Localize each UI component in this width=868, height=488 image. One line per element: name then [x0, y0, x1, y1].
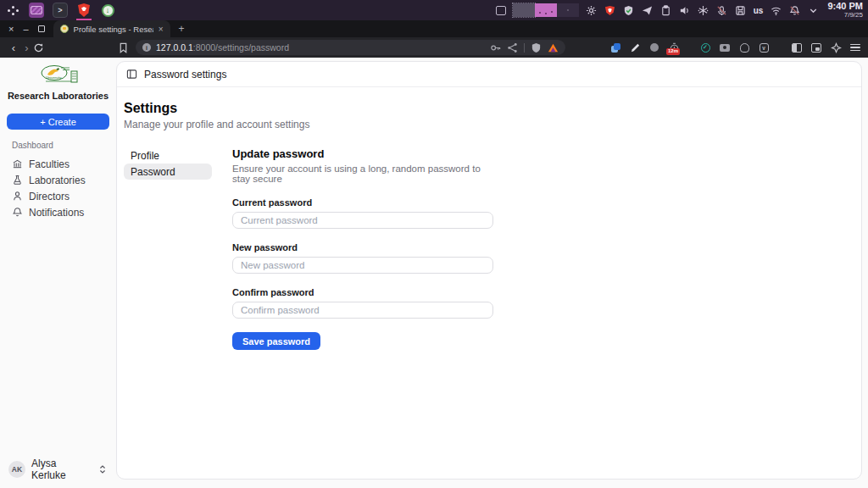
- sidebar-item-faculties[interactable]: Faculties: [5, 156, 111, 172]
- workspace-3[interactable]: [557, 3, 579, 17]
- tab-profile[interactable]: Profile: [124, 147, 212, 164]
- save-password-button[interactable]: Save password: [232, 332, 320, 350]
- screen: > ↓: [0, 0, 868, 488]
- app-launcher-icon[interactable]: [5, 3, 20, 18]
- urlbar-action-icons: [490, 42, 559, 53]
- university-logo[interactable]: University: [0, 64, 116, 87]
- main-content-card: Password settings Settings Manage your p…: [116, 61, 862, 480]
- leo-ai-icon[interactable]: [830, 42, 842, 53]
- brave-rewards-icon[interactable]: [548, 42, 559, 53]
- browser-tabbar: × – Profile settings - Research L × +: [0, 20, 868, 37]
- sidebar-nav: Faculties Laboratories Directors Notific…: [0, 156, 116, 220]
- url-host: 127.0.0.1: [156, 42, 193, 53]
- form-title: Update password: [232, 147, 493, 160]
- mic-muted-icon[interactable]: [716, 4, 728, 16]
- browser-toolbar: ‹ › i 127.0.0.1:8000/settings/password: [0, 37, 868, 58]
- disk-icon[interactable]: [735, 4, 747, 16]
- sidebar-item-notifications[interactable]: Notifications: [5, 204, 111, 220]
- building-icon: [12, 158, 23, 169]
- camera-extension-icon[interactable]: [719, 42, 731, 53]
- current-password-input[interactable]: [232, 212, 493, 229]
- sidebar-item-label: Directors: [29, 191, 70, 202]
- new-password-label: New password: [232, 242, 493, 252]
- confirm-password-input[interactable]: [232, 302, 493, 319]
- update-arrow-icon: ↓: [102, 4, 114, 17]
- password-form: Update password Ensure your account is u…: [232, 147, 493, 350]
- sidebar-toggle-browser-icon[interactable]: [810, 42, 822, 53]
- chevrons-up-down-icon: [97, 464, 108, 474]
- sidebar-item-label: Laboratories: [29, 175, 86, 186]
- user-menu[interactable]: AK Alysa Kerluke: [0, 458, 116, 481]
- browser-menu-icon[interactable]: [849, 42, 861, 53]
- url-text[interactable]: 127.0.0.1:8000/settings/password: [156, 42, 485, 53]
- split-view-icon[interactable]: [791, 42, 803, 53]
- brave-browser-taskbar-icon[interactable]: [76, 3, 92, 18]
- sidebar-section-label: Dashboard: [12, 141, 116, 150]
- window-close-button[interactable]: ×: [8, 25, 14, 34]
- urlbar-separator: [524, 43, 525, 53]
- bell-icon: [12, 207, 23, 218]
- workspace-2-active[interactable]: [535, 3, 557, 17]
- circle-extension-icon[interactable]: [648, 42, 660, 53]
- svg-text:University: University: [46, 75, 62, 80]
- password-key-icon[interactable]: [490, 42, 501, 53]
- tab-close-button[interactable]: ×: [159, 25, 164, 34]
- window-controls: × –: [0, 25, 53, 34]
- ghost-extension-icon[interactable]: [738, 42, 750, 53]
- site-info-icon[interactable]: i: [142, 43, 151, 52]
- clock-time: 9:40 PM: [827, 2, 863, 11]
- current-password-label: Current password: [232, 197, 493, 208]
- boxed-extension-icon[interactable]: v: [758, 42, 770, 53]
- sidebar-item-directors[interactable]: Directors: [5, 188, 111, 204]
- breadcrumb: Password settings: [144, 69, 226, 80]
- software-updater-icon[interactable]: ↓: [100, 3, 115, 18]
- panel-left-toggle-icon[interactable]: [126, 69, 137, 80]
- sidebar-item-laboratories[interactable]: Laboratories: [5, 172, 111, 188]
- new-tab-button[interactable]: +: [179, 23, 185, 35]
- reading-list-icon[interactable]: [118, 42, 129, 53]
- keyboard-layout-indicator[interactable]: us: [754, 6, 764, 15]
- files-app-icon[interactable]: [29, 3, 44, 18]
- terminal-app-icon[interactable]: >: [53, 3, 68, 18]
- browser-tab-active[interactable]: Profile settings - Research L ×: [53, 20, 170, 37]
- create-button[interactable]: + Create: [7, 114, 109, 130]
- forward-button[interactable]: ›: [20, 42, 34, 54]
- volume-icon[interactable]: [679, 4, 691, 16]
- settings-page: Settings Manage your profile and account…: [117, 87, 861, 350]
- launcher-dots-icon: [7, 4, 19, 16]
- workspace-1[interactable]: [513, 3, 535, 17]
- page-title: Settings: [124, 101, 861, 116]
- tray-expand-chevron-icon[interactable]: [807, 4, 819, 16]
- telegram-send-icon[interactable]: [642, 4, 654, 16]
- timer-extension-icon[interactable]: 12m: [668, 42, 680, 53]
- wifi-icon[interactable]: [770, 4, 782, 16]
- reload-button[interactable]: [33, 42, 47, 53]
- window-indicator-icon[interactable]: [496, 6, 506, 15]
- sidebar-item-label: Notifications: [29, 207, 84, 219]
- flask-icon: [12, 175, 23, 186]
- share-icon[interactable]: [507, 42, 518, 53]
- settings-tabs: Profile Password: [124, 147, 212, 350]
- workspace-pager[interactable]: [513, 3, 579, 17]
- page-subtitle: Manage your profile and account settings: [124, 119, 861, 130]
- shield-check-icon[interactable]: [623, 4, 635, 16]
- clipboard-icon[interactable]: [660, 4, 672, 16]
- pages-extension-icon[interactable]: [609, 42, 621, 53]
- os-taskbar: > ↓: [0, 0, 868, 20]
- notifications-muted-icon[interactable]: [788, 4, 800, 16]
- url-bar[interactable]: i 127.0.0.1:8000/settings/password: [136, 40, 565, 55]
- brave-shields-icon[interactable]: [531, 42, 542, 53]
- window-minimize-button[interactable]: –: [23, 25, 28, 34]
- window-maximize-button[interactable]: [38, 25, 45, 32]
- tab-password[interactable]: Password: [124, 164, 212, 180]
- back-button[interactable]: ‹: [7, 42, 20, 54]
- ring-check-extension-icon[interactable]: ✓: [699, 42, 711, 53]
- pen-extension-icon[interactable]: [629, 42, 641, 53]
- tweaks-gear-icon[interactable]: [586, 4, 598, 16]
- new-password-input[interactable]: [232, 257, 493, 274]
- brave-tray-icon[interactable]: [604, 4, 616, 16]
- bluetooth-snowflake-icon[interactable]: [698, 4, 709, 16]
- clock-date: 7/9/25: [827, 12, 863, 19]
- taskbar-clock[interactable]: 9:40 PM 7/9/25: [827, 2, 863, 19]
- app-brand-name: Research Laboratories: [0, 91, 116, 101]
